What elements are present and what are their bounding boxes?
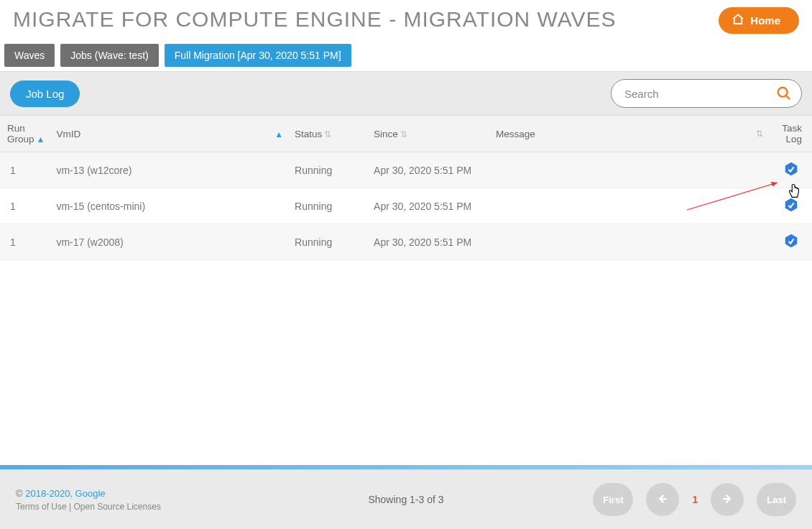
sort-up-icon: ▲ (37, 134, 45, 144)
cell-status: Running (289, 152, 368, 188)
cell-vmid: vm-17 (w2008) (50, 224, 289, 260)
column-vmid[interactable]: VmID▲ (50, 116, 289, 152)
cell-vmid: vm-13 (w12core) (50, 152, 289, 188)
column-message[interactable]: Message⇅ (490, 116, 775, 152)
column-since[interactable]: Since⇅ (368, 116, 490, 152)
page-title: Migrate for Compute Engine - Migration W… (13, 7, 617, 32)
home-icon (732, 13, 744, 28)
licenses-link[interactable]: Open Source Licenses (73, 502, 160, 512)
svg-marker-2 (785, 162, 798, 175)
table-row[interactable]: 1vm-15 (centos-mini)RunningApr 30, 2020 … (0, 188, 812, 224)
sort-icon: ⇅ (324, 129, 331, 139)
column-run-group[interactable]: Run Group▲ (0, 116, 50, 152)
arrow-right-icon (721, 492, 734, 507)
task-log-icon[interactable] (783, 161, 799, 177)
home-button[interactable]: Home (719, 7, 799, 34)
cell-message (490, 152, 775, 188)
showing-text: Showing 1-3 of 3 (368, 494, 443, 505)
cell-vmid: vm-15 (centos-mini) (50, 188, 289, 224)
sort-icon: ⇅ (400, 129, 407, 139)
task-log-icon[interactable] (783, 197, 799, 213)
svg-marker-4 (785, 234, 798, 247)
tab-jobs[interactable]: Jobs (Wave: test) (60, 44, 158, 67)
cell-run-group: 1 (0, 224, 50, 260)
copyright-link[interactable]: 2018-2020, Google (25, 488, 105, 499)
column-task-log[interactable]: Task Log (775, 116, 812, 152)
search-icon[interactable] (776, 86, 792, 101)
cell-message (490, 224, 775, 260)
cell-since: Apr 30, 2020 5:51 PM (368, 152, 490, 188)
job-log-button[interactable]: Job Log (10, 80, 80, 107)
arrow-left-icon (656, 492, 669, 507)
table-row[interactable]: 1vm-17 (w2008)RunningApr 30, 2020 5:51 P… (0, 224, 812, 260)
cell-status: Running (289, 224, 368, 260)
svg-line-1 (786, 96, 790, 100)
tab-full-migration[interactable]: Full Migration [Apr 30, 2020 5:51 PM] (165, 44, 351, 67)
pager-next-button[interactable] (711, 483, 744, 516)
task-log-icon[interactable] (783, 233, 799, 249)
terms-link[interactable]: Terms of Use (16, 502, 67, 512)
cell-since: Apr 30, 2020 5:51 PM (368, 224, 490, 260)
search-input[interactable] (611, 79, 802, 108)
cell-run-group: 1 (0, 152, 50, 188)
column-status[interactable]: Status⇅ (289, 116, 368, 152)
svg-marker-3 (785, 198, 798, 211)
pager-prev-button[interactable] (646, 483, 679, 516)
cell-run-group: 1 (0, 188, 50, 224)
copyright: © 2018-2020, Google (16, 488, 161, 499)
home-label: Home (750, 14, 780, 27)
cell-status: Running (289, 188, 368, 224)
cell-message (490, 188, 775, 224)
pager-last-button[interactable]: Last (757, 483, 796, 516)
table-row[interactable]: 1vm-13 (w12core)RunningApr 30, 2020 5:51… (0, 152, 812, 188)
svg-point-0 (778, 88, 788, 97)
cell-since: Apr 30, 2020 5:51 PM (368, 188, 490, 224)
pager-current-page: 1 (692, 494, 698, 505)
pager-first-button[interactable]: First (593, 483, 633, 516)
sort-up-icon: ▲ (274, 129, 283, 139)
sort-icon: ⇅ (756, 129, 763, 139)
tab-waves[interactable]: Waves (4, 44, 55, 67)
